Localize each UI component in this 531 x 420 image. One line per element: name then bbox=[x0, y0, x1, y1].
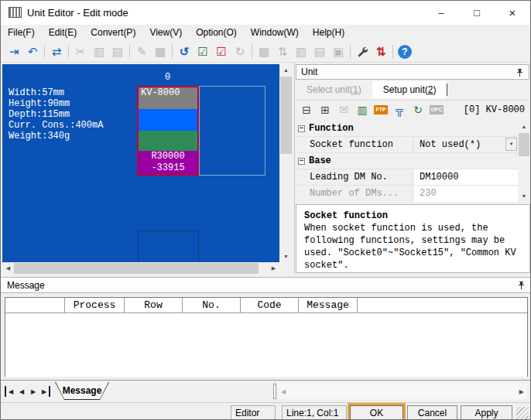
group-row-function[interactable]: − Function bbox=[296, 121, 518, 137]
unit-editor-window: Unit Editor - Edit mode – □ × File(F) Ed… bbox=[0, 0, 531, 420]
col-no[interactable]: No. bbox=[183, 298, 241, 313]
dm-rly-convert-icon[interactable]: ↺ bbox=[175, 43, 194, 60]
edit-memo-icon[interactable]: ✎ bbox=[132, 43, 151, 60]
tab-setup-unit[interactable]: Setup unit(2) bbox=[372, 81, 447, 98]
grid-vscrollbar[interactable]: ▲ ▼ bbox=[518, 121, 530, 202]
tab-message[interactable]: Message bbox=[55, 382, 109, 400]
ftp-icon[interactable]: FTP bbox=[372, 102, 390, 118]
receive-unit-icon[interactable]: ⇥ bbox=[5, 43, 23, 60]
col-message[interactable]: Message bbox=[299, 298, 358, 313]
cancel-button[interactable]: Cancel bbox=[407, 405, 457, 420]
kl-setting-icon[interactable]: ▣ bbox=[329, 43, 348, 60]
unit-reread-icon[interactable]: ⇅ bbox=[273, 43, 292, 60]
col-code[interactable]: Code bbox=[241, 298, 299, 313]
opc-ua-icon[interactable]: OPC bbox=[427, 102, 446, 118]
scroll-down-icon[interactable]: ▼ bbox=[279, 251, 293, 262]
unit-detail-icon[interactable]: ▩ bbox=[151, 43, 170, 60]
rly-check-red-icon[interactable]: ☑ bbox=[212, 43, 231, 60]
property-label[interactable]: Socket function bbox=[305, 137, 413, 152]
copy-unit-page-icon[interactable]: ⇄ bbox=[47, 43, 66, 60]
scroll-right-icon[interactable]: ▶ bbox=[268, 262, 279, 275]
canvas-vscrollbar[interactable]: ▲ ▼ bbox=[279, 64, 293, 262]
collapse-group-icon[interactable]: − bbox=[298, 158, 305, 165]
scroll-down-icon[interactable]: ▼ bbox=[518, 190, 530, 202]
grid-scroll-thumb[interactable] bbox=[519, 133, 529, 156]
help-icon[interactable]: ? bbox=[396, 43, 414, 60]
read-unit-icon[interactable]: ↶ bbox=[23, 43, 42, 60]
apply-button[interactable]: Apply bbox=[461, 405, 512, 420]
tabrow-hscrollbar[interactable]: ◀ ▶ bbox=[278, 384, 527, 399]
menu-view[interactable]: View(V) bbox=[142, 25, 189, 41]
unit-sync-icon[interactable]: ↻ bbox=[409, 102, 427, 118]
menu-window[interactable]: Window(W) bbox=[244, 25, 306, 41]
property-row-leading-dm[interactable]: Leading DM No. DM10000 bbox=[296, 169, 518, 186]
pin-icon[interactable] bbox=[516, 68, 524, 77]
rly-check-green-icon[interactable]: ☑ bbox=[194, 43, 212, 60]
property-row-number-of-dms[interactable]: Number of DMs... 230 bbox=[296, 186, 518, 202]
property-row-socket-function[interactable]: Socket function Not used(*) ▼ bbox=[296, 137, 518, 153]
property-value-input[interactable]: DM10000 bbox=[413, 169, 518, 185]
vscroll-thumb[interactable] bbox=[280, 77, 292, 154]
message-panel-title: Message bbox=[7, 280, 45, 291]
scroll-left-icon[interactable]: ◀ bbox=[281, 388, 286, 395]
unit-panel: Unit Select unit(1) Setup unit(2) ⊟ ⊞ ✉ … bbox=[294, 63, 530, 275]
next-tab-icon[interactable]: ▶ bbox=[28, 386, 39, 397]
scroll-left-icon[interactable]: ◀ bbox=[2, 262, 14, 275]
group-label: Function bbox=[309, 123, 354, 134]
hscroll-thumb[interactable] bbox=[14, 263, 259, 274]
resize-grip[interactable] bbox=[516, 407, 529, 419]
group-row-base[interactable]: − Base bbox=[296, 153, 518, 169]
unit-config-icon[interactable]: ▦ bbox=[255, 43, 273, 60]
unit-transfer-icon[interactable]: ⇅ bbox=[372, 43, 390, 60]
col-process[interactable]: Process bbox=[65, 298, 125, 313]
menu-help[interactable]: Help(H) bbox=[306, 25, 351, 41]
ok-button[interactable]: OK bbox=[350, 405, 403, 420]
paste-icon[interactable]: ▤ bbox=[108, 43, 127, 60]
unit-spec-text: Width:57mm Height:90mm Depth:115mm Curr.… bbox=[9, 87, 103, 142]
menu-bar: File(F) Edit(E) Convert(P) View(V) Optio… bbox=[1, 25, 530, 41]
network-icon[interactable]: ╦ bbox=[390, 102, 409, 118]
canvas-hscrollbar[interactable]: ◀ ▶ bbox=[2, 262, 279, 275]
prev-tab-icon[interactable]: ◀ bbox=[16, 386, 27, 397]
menu-convert[interactable]: Convert(P) bbox=[84, 25, 142, 41]
scroll-right-icon[interactable]: ▶ bbox=[519, 388, 524, 395]
property-label[interactable]: Number of DMs... bbox=[305, 186, 413, 202]
menu-edit[interactable]: Edit(E) bbox=[42, 25, 84, 41]
expand-all-icon[interactable]: ⊞ bbox=[316, 102, 334, 118]
empty-slot-outline[interactable] bbox=[199, 86, 266, 176]
col-row[interactable]: Row bbox=[125, 298, 183, 313]
wrench-icon[interactable] bbox=[353, 43, 372, 60]
property-value-dropdown[interactable]: Not used(*) ▼ bbox=[413, 137, 518, 152]
chevron-down-icon[interactable]: ▼ bbox=[505, 138, 517, 151]
kb-paste-icon[interactable]: ▤ bbox=[310, 43, 329, 60]
close-button[interactable]: × bbox=[495, 1, 530, 25]
splitter-handle[interactable] bbox=[273, 384, 276, 399]
message-table-body[interactable] bbox=[5, 313, 527, 377]
mail-icon[interactable]: ✉ bbox=[334, 102, 353, 118]
last-tab-icon[interactable]: ▶ bbox=[39, 386, 50, 397]
unit-canvas[interactable]: Width:57mm Height:90mm Depth:115mm Curr.… bbox=[2, 64, 279, 262]
collapse-all-icon[interactable]: ⊟ bbox=[297, 102, 316, 118]
collapse-group-icon[interactable]: − bbox=[298, 125, 305, 132]
first-tab-icon[interactable]: ◀ bbox=[5, 386, 15, 397]
menu-file[interactable]: File(F) bbox=[1, 25, 42, 41]
cut-icon[interactable]: ✂ bbox=[71, 43, 90, 60]
cursor-position: Line:1, Col:1 bbox=[282, 405, 347, 420]
minimize-button[interactable]: – bbox=[423, 1, 459, 25]
menu-option[interactable]: Option(O) bbox=[189, 25, 244, 41]
scroll-up-icon[interactable]: ▲ bbox=[279, 64, 293, 76]
property-label[interactable]: Leading DM No. bbox=[305, 169, 413, 185]
unit-block-kv8000[interactable]: KV-8000 R30000 -33915 bbox=[137, 86, 199, 176]
maximize-button[interactable]: □ bbox=[459, 1, 495, 25]
scroll-up-icon[interactable]: ▲ bbox=[518, 121, 530, 132]
property-value-readonly: 230 bbox=[413, 186, 518, 202]
release-assign-icon[interactable]: ↻ bbox=[231, 43, 249, 60]
pin-icon[interactable] bbox=[517, 281, 526, 290]
slot-number-label: 0 bbox=[137, 72, 198, 83]
kb-copy-icon[interactable]: ▥ bbox=[292, 43, 310, 60]
tab-select-unit[interactable]: Select unit(1) bbox=[296, 81, 372, 98]
expansion-slot-outline[interactable] bbox=[138, 230, 199, 262]
col-selector[interactable] bbox=[5, 298, 65, 313]
copy-icon[interactable]: ▥ bbox=[90, 43, 108, 60]
unit-monitor-icon[interactable]: ▥ bbox=[353, 102, 372, 118]
